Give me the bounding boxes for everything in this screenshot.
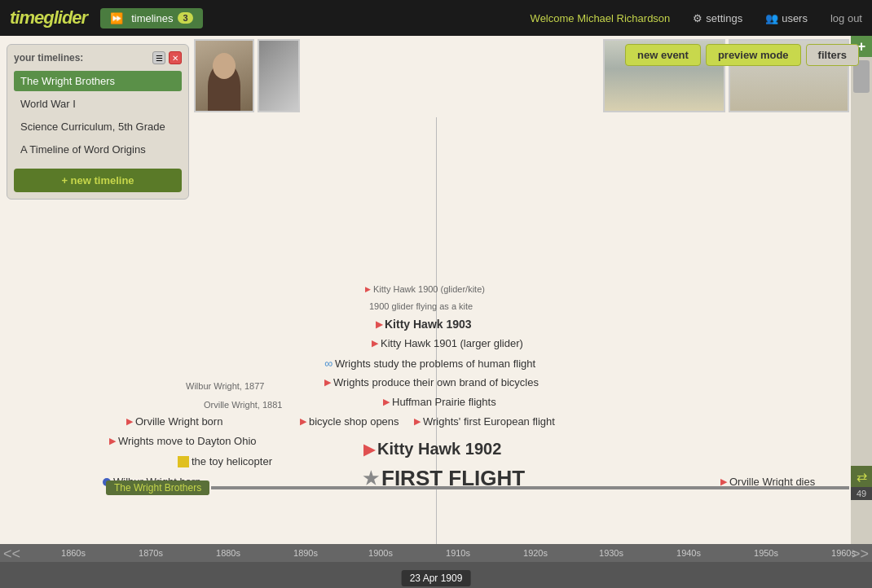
users-icon: 👥 [765,12,778,24]
decade-label: 1930s [599,548,623,558]
event-label: Kitty Hawk 1900 (glider/kite) [373,284,485,294]
timelines-label: timelines [131,12,173,24]
sidebar-item-word-origins[interactable]: A Timeline of Word Origins [14,139,182,160]
zoom-arrows-button[interactable]: ⇄ [851,466,872,487]
annotation-wilbur-1877: Wilbur Wright, 1877 [186,381,264,391]
decade-label: 1900s [368,548,393,558]
event-label: Huffman Prairie flights [392,396,496,408]
welcome-text: Welcome Michael Richardson [531,12,671,24]
annotation-label: Orville Wright, 1881 [204,400,282,410]
decade-label: 1880s [216,548,240,558]
event-wrights-bicycles[interactable]: ▶ Wrights produce their own brand of bic… [324,376,539,388]
event-kitty-hawk-kite[interactable]: ▶ Kitty Hawk 1900 (glider/kite) [365,284,485,294]
decade-bar: << >> 1860s1870s1880s1890s1900s1910s1920… [0,544,872,562]
nav-left-icon[interactable]: << [3,546,20,563]
triangle-icon: ▶ [126,416,133,427]
event-kitty-hawk-1902[interactable]: ▶ Kitty Hawk 1902 [363,440,501,459]
sidebar: your timelines: ☰ ✕ The Wright Brothers … [7,44,189,200]
app-header: timeglider ⏩ timelines 3 Welcome Michael… [0,0,872,36]
event-label: Wrights move to Dayton Ohio [118,435,257,447]
event-label: bicycle shop opens [309,415,399,428]
sidebar-item-science[interactable]: Science Curriculum, 5th Grade [14,116,182,137]
decade-label: 1860s [61,548,86,558]
scrollbar-track: + − ⇄ 49 [851,36,872,544]
preview-mode-button[interactable]: preview mode [706,44,801,66]
event-label: Kitty Hawk 1901 (larger glider) [381,337,523,349]
sidebar-item-wright-brothers[interactable]: The Wright Brothers [14,71,182,91]
timelines-button[interactable]: ⏩ timelines 3 [100,8,202,29]
sidebar-item-wwi[interactable]: World War I [14,94,182,114]
event-wrights-dayton[interactable]: ▶ Wrights move to Dayton Ohio [109,435,257,447]
logo-time: time [10,7,43,28]
decade-label: 1870s [139,548,163,558]
filters-button[interactable]: filters [806,44,859,66]
triangle-icon: ▶ [372,338,378,349]
event-kitty-hawk-1903[interactable]: ▶ Kitty Hawk 1903 [376,318,472,331]
timeline-bar-line [211,486,849,489]
tick-bar [0,562,872,570]
event-label: Wrights study the problems of human flig… [335,358,535,370]
gear-icon: ⚙ [693,12,702,24]
decade-label: 1960s [831,548,856,558]
annotation-orville-1881: Orville Wright, 1881 [204,400,282,410]
timeline-bar-label: The Wright Brothers [106,480,209,495]
event-glider-kite: 1900 glider flying as a kite [369,301,473,311]
timelines-count: 3 [178,12,192,24]
triangle-icon: ▶ [365,285,371,293]
event-wrights-study[interactable]: ∞ Wrights study the problems of human fl… [324,357,535,370]
decade-label: 1890s [293,548,318,558]
triangle-icon: ▶ [383,397,390,407]
event-orville-born[interactable]: ▶ Orville Wright born [126,415,222,428]
annotation-label: Wilbur Wright, 1877 [186,381,264,391]
event-label: Kitty Hawk 1903 [385,318,472,331]
decade-label: 1910s [446,548,470,558]
yellow-dot-icon [178,456,189,467]
bottom-bar: << >> 1860s1870s1880s1890s1900s1910s1920… [0,544,872,588]
sidebar-menu-button[interactable]: ☰ [152,51,165,64]
decade-label: 1950s [754,548,778,558]
triangle-icon: ▶ [414,416,421,427]
event-bicycle-shop[interactable]: ▶ bicycle shop opens [300,415,399,428]
users-label: users [782,12,808,24]
zoom-control: ⇄ 49 [851,466,872,500]
triangle-icon: ▶ [324,377,331,388]
event-wrights-european[interactable]: ▶ Wrights' first European flight [414,415,555,428]
app-logo: timeglider [10,7,87,29]
zoom-level: 49 [851,487,872,500]
triangle-icon: ▶ [363,441,375,459]
timeline-label-bar: The Wright Brothers [106,479,849,497]
triangle-icon: ▶ [376,319,382,330]
event-label: Wrights produce their own brand of bicyc… [333,376,539,388]
date-badge: 23 Apr 1909 [402,570,471,586]
photo-secondary[interactable] [258,39,300,112]
triangle-icon: ▶ [300,416,306,427]
decade-label: 1940s [676,548,701,558]
event-label: 1900 glider flying as a kite [369,301,473,311]
logout-label: log out [830,12,862,24]
users-button[interactable]: 👥 users [765,12,808,24]
sidebar-header: your timelines: ☰ ✕ [14,51,182,64]
sidebar-controls: ☰ ✕ [152,51,182,64]
event-label: Kitty Hawk 1902 [377,440,501,459]
user-name: Michael Richardson [577,12,670,24]
logout-button[interactable]: log out [830,12,862,24]
action-bar: new event preview mode filters [625,44,859,66]
sidebar-close-button[interactable]: ✕ [169,51,182,64]
sidebar-title: your timelines: [14,52,83,64]
event-huffman-prairie[interactable]: ▶ Huffman Prairie flights [383,396,496,408]
settings-button[interactable]: ⚙ settings [693,12,742,24]
triangle-icon: ▶ [109,436,116,446]
photo-portrait[interactable] [194,39,254,112]
settings-label: settings [706,12,742,24]
new-timeline-button[interactable]: + new timeline [14,169,182,192]
event-kitty-hawk-1901[interactable]: ▶ Kitty Hawk 1901 (larger glider) [372,337,523,349]
event-label: the toy helicopter [192,455,272,467]
decade-label: 1920s [523,548,548,558]
infinity-icon: ∞ [324,357,333,370]
event-toy-helicopter[interactable]: the toy helicopter [178,455,272,467]
event-label: Orville Wright born [135,415,222,428]
event-label: Wrights' first European flight [423,415,555,428]
logo-glider: glider [43,7,87,28]
new-event-button[interactable]: new event [625,44,701,66]
